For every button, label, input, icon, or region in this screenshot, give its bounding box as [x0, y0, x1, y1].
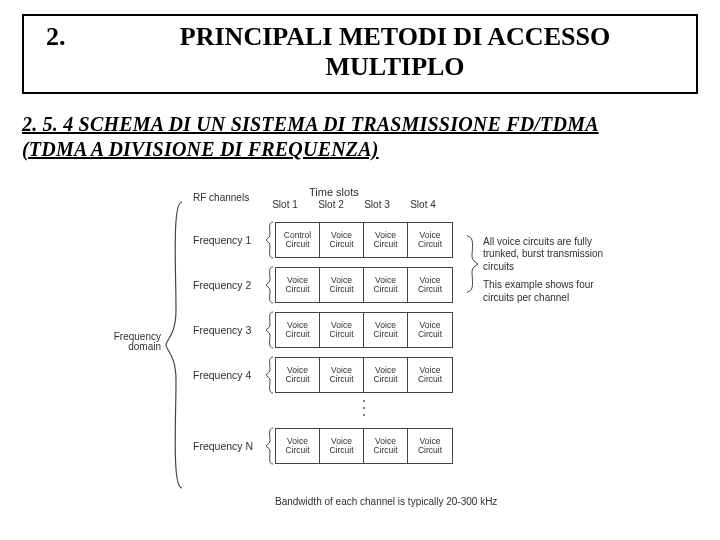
subsection-line2: (TDMA A DIVISIONE DI FREQUENZA) [22, 138, 379, 160]
time-slots-label: Time slots [309, 186, 359, 198]
frequency-label: Frequency N [193, 440, 265, 452]
side-note-p1: All voice circuits are fully trunked, bu… [483, 236, 623, 274]
slot-cell: VoiceCircuit [320, 358, 364, 392]
cell-line2: Circuit [418, 240, 442, 249]
cell-line2: Circuit [329, 330, 353, 339]
slot-cell: VoiceCircuit [408, 223, 452, 257]
dot-icon [363, 400, 365, 402]
ellipsis-gap [193, 394, 453, 420]
slot-cell: VoiceCircuit [276, 358, 320, 392]
section-title: PRINCIPALI METODI DI ACCESSO MULTIPLO [104, 22, 686, 82]
cell-line2: Circuit [285, 375, 309, 384]
slot-cell: VoiceCircuit [408, 268, 452, 302]
slot-header: Slot 4 [407, 199, 439, 210]
frequency-row: Frequency 1ControlCircuitVoiceCircuitVoi… [193, 221, 453, 259]
section-header-box: 2. PRINCIPALI METODI DI ACCESSO MULTIPLO [22, 14, 698, 94]
slot-cell: ControlCircuit [276, 223, 320, 257]
slot-cells: VoiceCircuitVoiceCircuitVoiceCircuitVoic… [275, 357, 453, 393]
cell-line2: Circuit [329, 446, 353, 455]
frequency-label: Frequency 1 [193, 234, 265, 246]
slot-cell: VoiceCircuit [320, 268, 364, 302]
slot-cell: VoiceCircuit [364, 223, 408, 257]
frequency-label: Frequency 2 [193, 279, 265, 291]
slot-cell: VoiceCircuit [320, 223, 364, 257]
slot-cell: VoiceCircuit [364, 429, 408, 463]
cell-line2: Circuit [373, 375, 397, 384]
row-curly-brace-icon [265, 356, 275, 394]
frequency-rows: Frequency 1ControlCircuitVoiceCircuitVoi… [193, 214, 453, 465]
slot-cell: VoiceCircuit [408, 313, 452, 347]
diagram-side-note: All voice circuits are fully trunked, bu… [483, 236, 623, 311]
slot-cell: VoiceCircuit [408, 358, 452, 392]
rf-channels-label: RF channels [193, 192, 249, 203]
frequency-label: Frequency 3 [193, 324, 265, 336]
diagram-footer-note: Bandwidth of each channel is typically 2… [275, 496, 497, 507]
freq-domain-l2: domain [128, 341, 161, 352]
freq-domain-l1: Frequency [114, 331, 161, 342]
section-title-line2: MULTIPLO [325, 52, 464, 81]
cell-line2: Circuit [373, 446, 397, 455]
frequency-domain-label: Frequency domain [99, 332, 161, 353]
side-note-p2: This example shows four circuits per cha… [483, 279, 623, 304]
slot-header: Slot 3 [361, 199, 393, 210]
right-curly-brace-icon [465, 234, 479, 294]
frequency-row: Frequency 4VoiceCircuitVoiceCircuitVoice… [193, 356, 453, 394]
cell-line2: Circuit [285, 330, 309, 339]
slot-cell: VoiceCircuit [364, 268, 408, 302]
frequency-label: Frequency 4 [193, 369, 265, 381]
slot-cell: VoiceCircuit [276, 429, 320, 463]
cell-line2: Circuit [418, 375, 442, 384]
frequency-row: Frequency 2VoiceCircuitVoiceCircuitVoice… [193, 266, 453, 304]
slot-cells: ControlCircuitVoiceCircuitVoiceCircuitVo… [275, 222, 453, 258]
cell-line2: Circuit [285, 285, 309, 294]
slot-cell: VoiceCircuit [276, 268, 320, 302]
section-number: 2. [34, 22, 104, 52]
cell-line2: Circuit [329, 285, 353, 294]
slot-cell: VoiceCircuit [276, 313, 320, 347]
slot-cells: VoiceCircuitVoiceCircuitVoiceCircuitVoic… [275, 267, 453, 303]
slot-cell: VoiceCircuit [364, 313, 408, 347]
left-curly-brace-icon [163, 200, 185, 490]
cell-line2: Circuit [329, 375, 353, 384]
row-curly-brace-icon [265, 427, 275, 465]
fd-tdma-diagram: Time slots Slot 1 Slot 2 Slot 3 Slot 4 R… [95, 186, 625, 516]
row-curly-brace-icon [265, 266, 275, 304]
subsection-title: 2. 5. 4 SCHEMA DI UN SISTEMA DI TRASMISS… [22, 112, 698, 162]
slot-header: Slot 2 [315, 199, 347, 210]
cell-line2: Circuit [373, 330, 397, 339]
cell-line2: Circuit [373, 240, 397, 249]
cell-line2: Circuit [285, 240, 309, 249]
slot-cell: VoiceCircuit [408, 429, 452, 463]
slot-cell: VoiceCircuit [320, 313, 364, 347]
dot-icon [363, 407, 365, 409]
dot-icon [363, 414, 365, 416]
subsection-line1: 2. 5. 4 SCHEMA DI UN SISTEMA DI TRASMISS… [22, 113, 599, 135]
row-curly-brace-icon [265, 311, 275, 349]
slot-cells: VoiceCircuitVoiceCircuitVoiceCircuitVoic… [275, 312, 453, 348]
row-curly-brace-icon [265, 221, 275, 259]
cell-line2: Circuit [373, 285, 397, 294]
frequency-row: Frequency 3VoiceCircuitVoiceCircuitVoice… [193, 311, 453, 349]
slot-header: Slot 1 [269, 199, 301, 210]
slot-cell: VoiceCircuit [320, 429, 364, 463]
cell-line2: Circuit [418, 330, 442, 339]
slot-headers-row: Slot 1 Slot 2 Slot 3 Slot 4 [269, 199, 439, 210]
slot-cell: VoiceCircuit [364, 358, 408, 392]
frequency-row: Frequency NVoiceCircuitVoiceCircuitVoice… [193, 427, 453, 465]
cell-line2: Circuit [329, 240, 353, 249]
slot-cells: VoiceCircuitVoiceCircuitVoiceCircuitVoic… [275, 428, 453, 464]
cell-line2: Circuit [418, 446, 442, 455]
cell-line2: Circuit [285, 446, 309, 455]
section-title-line1: PRINCIPALI METODI DI ACCESSO [180, 22, 610, 51]
cell-line2: Circuit [418, 285, 442, 294]
